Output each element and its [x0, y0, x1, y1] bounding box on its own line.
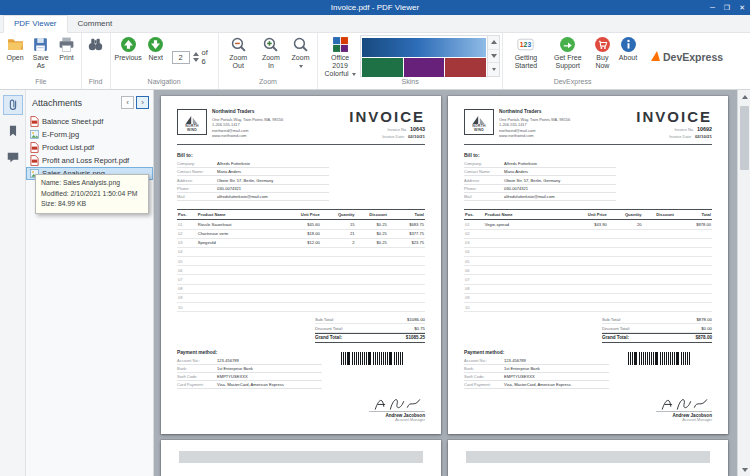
company-web: www.northwind.com [212, 133, 283, 138]
skin-selector-dropdown[interactable]: Office 2019Colorful [320, 34, 360, 78]
invoice-date-label: Invoice Date: [669, 134, 692, 139]
invoice-table-row: 10 [177, 303, 425, 312]
invoice-table-row: 01Rössle Sauerkraut$45.6015$0.25$683.75 [177, 220, 425, 229]
invoice-table-row: 04 [464, 247, 712, 256]
scroll-down-icon[interactable] [738, 463, 750, 476]
invoice-table-row: 01Vegie-spread$43.9020$878.00 [464, 220, 712, 229]
skins-gallery [360, 35, 500, 77]
window-title: Invoice.pdf - PDF Viewer [0, 3, 750, 12]
invoice-table-row: 10 [464, 303, 712, 312]
skin-swatch-blue[interactable] [362, 38, 485, 57]
scrollbar-thumb[interactable] [740, 106, 749, 170]
save-as-button[interactable]: Save As [27, 34, 55, 70]
gallery-scroll-up-button[interactable] [488, 36, 499, 50]
zoom-in-button[interactable]: Zoom In [256, 34, 286, 70]
partial-page-content [466, 451, 710, 463]
open-button[interactable]: Open [3, 34, 27, 62]
attachment-item[interactable]: E-Form.jpg [26, 128, 153, 141]
bill-to-phone: 030-0074321 [504, 186, 616, 191]
invoice-table-row: 06 [177, 266, 425, 275]
pdf-file-icon [30, 142, 39, 153]
bill-to-block: Bill to: Company:Alfreds Futterkiste Con… [464, 152, 616, 201]
signature-script-icon [656, 395, 712, 412]
northwind-logo: NORTH WIND [464, 109, 494, 135]
page-navigator: 2 of 6 [172, 48, 213, 66]
attachment-icon [6, 98, 20, 112]
payment-account: 123-456789 [504, 358, 609, 363]
attachment-item[interactable]: Balance Sheet.pdf [26, 115, 153, 128]
payment-swift: EMPTYUSEXXX [504, 374, 609, 379]
bill-to-contact: Maria Anders [217, 169, 329, 174]
page-count-label: of 6 [202, 48, 213, 66]
vertical-scrollbar[interactable] [737, 90, 750, 476]
about-button[interactable]: About [616, 34, 640, 62]
minimize-button[interactable]: ─ [710, 4, 715, 11]
signature-block: Andrew Jacobson Account Manager [369, 395, 425, 423]
page-number-input[interactable]: 2 [172, 51, 190, 64]
gallery-dropdown-button[interactable] [488, 63, 499, 76]
next-button[interactable]: Next [144, 34, 168, 62]
find-button[interactable] [84, 34, 108, 54]
signature-block: Andrew Jacobson Account Manager [656, 395, 712, 423]
page-4-partial [161, 440, 441, 476]
ribbon-tab-row: PDF Viewer Comment [0, 15, 750, 33]
attachments-prev-button[interactable]: ‹ [121, 96, 134, 109]
group-label-file: File [3, 78, 79, 87]
getting-started-icon: 123 [517, 36, 534, 53]
payment-account: 123-456789 [217, 358, 322, 363]
buy-now-button[interactable]: Buy Now [589, 34, 616, 70]
discount-total-label: Discount Total: [315, 326, 343, 331]
skin-swatch-purple[interactable] [404, 58, 444, 77]
bill-to-block: Bill to: Company:Alfreds Futterkiste Con… [177, 152, 329, 201]
invoice-number: 10643 [410, 126, 425, 132]
bookmarks-panel-button[interactable] [3, 121, 23, 141]
invoice-table-header-row: Pos. Product Name Unit Price Quantity Di… [177, 209, 425, 219]
invoice-header: NORTH WIND Northwind Traders One Portals… [177, 109, 425, 139]
page-spinner-down-icon[interactable] [193, 58, 199, 62]
invoice-title: INVOICE [636, 109, 712, 124]
tab-pdf-viewer[interactable]: PDF Viewer [3, 15, 68, 33]
totals-block: Sub Total:$1086.00 Discount Total:$0.75 … [315, 315, 425, 342]
attachments-next-button[interactable]: › [136, 96, 149, 109]
get-free-support-button[interactable]: Get Free Support [547, 34, 589, 70]
page-spinner-up-icon[interactable] [193, 52, 199, 56]
pdf-viewer-window: Invoice.pdf - PDF Viewer ─ ❐ ✕ PDF Viewe… [0, 0, 750, 476]
discount-total-label: Discount Total: [602, 326, 630, 331]
devexpress-logo-icon: DevExpress [650, 49, 738, 64]
print-button[interactable]: Print [55, 34, 79, 62]
barcode [341, 352, 403, 365]
buy-now-icon [594, 36, 611, 53]
close-button[interactable]: ✕ [739, 4, 745, 12]
zoom-dropdown-icon [299, 65, 303, 68]
logo-text: NORTH WIND [182, 125, 202, 133]
tab-comment[interactable]: Comment [68, 16, 123, 32]
zoom-button[interactable]: Zoom [286, 34, 315, 70]
grand-total-label: Grand Total: [315, 335, 342, 340]
attachment-item[interactable]: Product List.pdf [26, 141, 153, 154]
getting-started-button[interactable]: 123 Getting Started [505, 34, 547, 70]
document-area: NORTH WIND Northwind Traders One Portals… [154, 90, 750, 476]
invoice-table-row: 07 [464, 275, 712, 284]
invoice-table-row: 07 [177, 275, 425, 284]
invoice-table-row: 02 [464, 229, 712, 238]
ribbon: Open Save As Print File Find [0, 33, 750, 90]
bill-to-contact: Maria Anders [504, 169, 616, 174]
maximize-button[interactable]: ❐ [724, 4, 730, 12]
skin-swatch-green[interactable] [362, 58, 402, 77]
workspace: Attachments ‹ › Balance Sheet.pdf E-Form… [0, 90, 750, 476]
gallery-scroll-down-button[interactable] [488, 50, 499, 64]
comments-panel-button[interactable] [3, 147, 23, 167]
partial-page-content [179, 451, 423, 463]
attachments-title: Attachments [32, 98, 121, 108]
invoice-document: NORTH WIND Northwind Traders One Portals… [448, 96, 728, 434]
invoice-table-row: 08 [464, 284, 712, 293]
previous-button[interactable]: Previous [113, 34, 144, 62]
skin-swatch-red[interactable] [445, 58, 485, 77]
attachment-item[interactable]: Profit and Loss Report.pdf [26, 154, 153, 167]
office-theme-icon [332, 36, 349, 53]
attachments-panel-button[interactable] [3, 95, 23, 115]
signature-role: Account Manager [656, 418, 712, 422]
scroll-up-icon[interactable] [738, 90, 750, 103]
zoom-out-button[interactable]: Zoom Out [221, 34, 256, 70]
skin-dropdown-icon [352, 73, 356, 76]
